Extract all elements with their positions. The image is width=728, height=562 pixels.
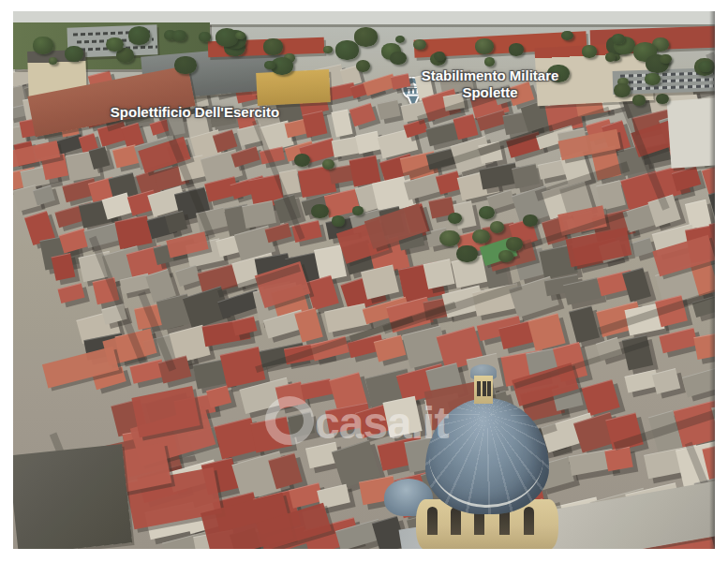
- photo-frame: casa.it Spolettificio Dell'Esercito Stab…: [0, 0, 728, 562]
- tree: [199, 32, 211, 41]
- tree: [294, 154, 310, 167]
- tree: [128, 26, 150, 44]
- tree: [395, 36, 405, 44]
- drum-arch-window: [427, 507, 438, 535]
- photo-edge-shade: [709, 11, 715, 549]
- poi-stabilimento[interactable]: Stabilimento Militare Spolette: [420, 67, 560, 101]
- aerial-map[interactable]: casa.it Spolettificio Dell'Esercito Stab…: [13, 11, 715, 549]
- tree: [106, 37, 124, 52]
- poi-label: Stabilimento Militare Spolette: [420, 67, 560, 101]
- tree: [475, 38, 494, 54]
- tree: [448, 213, 462, 224]
- tree: [523, 214, 538, 227]
- tree: [561, 31, 573, 40]
- tree: [645, 73, 660, 85]
- tree: [506, 237, 523, 251]
- tree: [660, 54, 672, 64]
- tree: [352, 206, 364, 215]
- tree: [479, 206, 496, 219]
- tree: [632, 95, 646, 106]
- tree: [612, 34, 625, 44]
- tree: [215, 28, 239, 47]
- tree: [472, 229, 490, 244]
- drum-arch-window: [451, 507, 461, 535]
- tree: [354, 27, 379, 47]
- tree: [174, 56, 196, 74]
- tree: [356, 60, 371, 72]
- tree: [323, 46, 333, 53]
- vegetation: [13, 11, 715, 549]
- tree: [484, 57, 496, 67]
- tree: [172, 30, 186, 41]
- drum-arch-window: [524, 507, 534, 535]
- poi-label: Spolettificio Dell'Esercito: [103, 104, 287, 121]
- tree: [332, 215, 345, 227]
- tree: [65, 46, 83, 62]
- poi-spolettificio[interactable]: Spolettificio Dell'Esercito: [103, 104, 287, 121]
- tree: [322, 159, 334, 170]
- church-dome: [416, 370, 575, 549]
- tree: [509, 43, 525, 56]
- tree: [582, 45, 597, 57]
- tree: [439, 230, 460, 247]
- tree: [614, 83, 631, 97]
- tree: [605, 52, 617, 62]
- tree: [49, 57, 57, 65]
- dome-roof: [425, 398, 549, 514]
- tree: [656, 94, 669, 105]
- tree: [311, 204, 329, 218]
- tree: [264, 61, 275, 69]
- tree: [263, 38, 283, 54]
- tree: [490, 221, 505, 233]
- tree: [390, 52, 406, 65]
- tree: [235, 32, 245, 40]
- tree: [498, 250, 513, 262]
- lantern: [474, 376, 493, 404]
- tree: [413, 39, 426, 50]
- tree: [456, 245, 477, 262]
- tree: [33, 37, 53, 53]
